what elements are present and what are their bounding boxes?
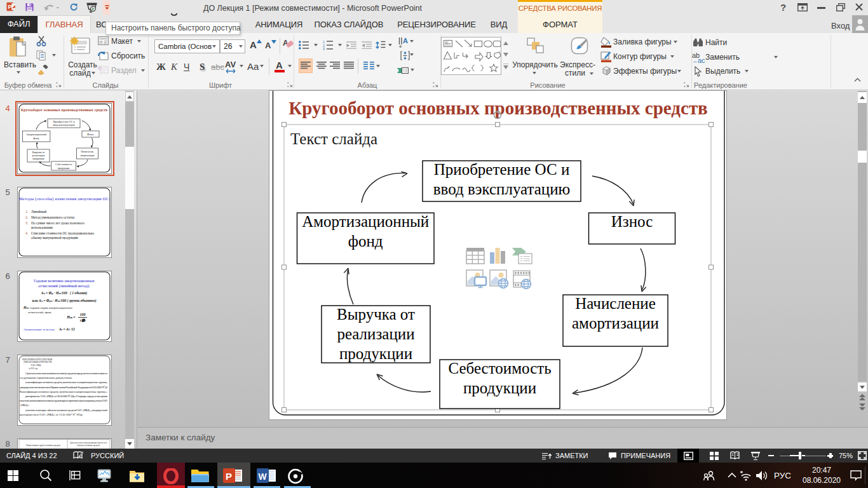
svg-text:ПАО «РЖД»: ПАО «РЖД» bbox=[31, 364, 42, 367]
svg-text:Начисление: Начисление bbox=[575, 295, 656, 312]
svg-text:Классификация основных средств: Классификация основных средств, включаем… bbox=[20, 390, 107, 394]
svg-text:По сумме чисел лет срока полез: По сумме чисел лет срока полезного bbox=[31, 221, 85, 225]
svg-text:Себестоимость: Себестоимость bbox=[448, 360, 551, 377]
svg-text:A: A bbox=[403, 37, 408, 44]
svg-text:W: W bbox=[259, 471, 268, 482]
svg-text:уточнять некоторые объекты осн: уточнять некоторые объекты основных сред… bbox=[25, 409, 108, 412]
svg-text:Срок полезного использования (: Срок полезного использования (число лет) bbox=[70, 442, 107, 444]
svg-text:следующими нормативными докуме: следующими нормативными документами: bbox=[20, 376, 72, 379]
svg-text:реализации: реализации bbox=[337, 325, 414, 342]
svg-text:классификация основных средств: классификация основных средств, включаем… bbox=[25, 381, 107, 384]
svg-text:полезного использования основн: полезного использования основных средств… bbox=[20, 399, 108, 402]
svg-text:Годовая величина амортизационн: Годовая величина амортизационных bbox=[34, 278, 95, 283]
svg-text:отчислений (линейный метод):: отчислений (линейный метод): bbox=[38, 283, 90, 288]
svg-text:Аₛ = Фₚ · Нₘ/100 ( 1 объект): Аₛ = Фₚ · Нₘ/100 ( 1 объект) bbox=[41, 291, 88, 295]
svg-text:Текст слайда: Текст слайда bbox=[290, 130, 377, 147]
svg-text:3: 3 bbox=[323, 47, 325, 50]
svg-text:ввод вэксплуатацию: ввод вэксплуатацию bbox=[433, 180, 571, 198]
svg-text:фонд: фонд bbox=[348, 233, 383, 250]
svg-text:распоряжением ОАО «РЖД» от 13.: распоряжением ОАО «РЖД» от 13.01.2007 Nº… bbox=[20, 413, 83, 416]
svg-text:Амортизационный: Амортизационный bbox=[302, 213, 429, 230]
svg-text:(ФИНАНСОВОЙ) ОТЧЕТНОСТИ: (ФИНАНСОВОЙ) ОТЧЕТНОСТИ bbox=[24, 360, 52, 363]
svg-text:Выручка от: Выручка от bbox=[337, 306, 415, 323]
svg-text:Кругооборот основных производс: Кругооборот основных производственных ср… bbox=[21, 108, 107, 112]
svg-text:Амортизационный: Амортизационный bbox=[26, 133, 47, 136]
svg-text:Кругооборот основных производс: Кругооборот основных производственных ср… bbox=[288, 98, 708, 118]
svg-text:утвержденная постановлением Пр: утвержденная постановлением Правительств… bbox=[20, 386, 108, 389]
svg-text:P: P bbox=[226, 471, 232, 482]
svg-text:3.: 3. bbox=[25, 221, 28, 225]
svg-text:амортизации: амортизации bbox=[572, 315, 659, 332]
svg-text:объекта основных средств: объекта основных средств bbox=[77, 444, 100, 447]
svg-text:Линейный: Линейный bbox=[31, 210, 46, 214]
svg-text:продукции: продукции bbox=[463, 379, 536, 396]
svg-text:Себестоимость: Себестоимость bbox=[55, 163, 72, 166]
svg-text:продукции: продукции bbox=[32, 157, 44, 160]
svg-text:использования: использования bbox=[31, 226, 53, 229]
svg-text:объему выпущенной продукции: объему выпущенной продукции bbox=[31, 236, 78, 240]
svg-text:Списание стоимости ОС пропорци: Списание стоимости ОС пропорционально bbox=[31, 231, 94, 235]
svg-text:Приобретение ОС и: Приобретение ОС и bbox=[434, 161, 570, 178]
svg-text:Аₜ = Аг /12: Аₜ = Аг /12 bbox=[58, 327, 75, 331]
svg-text:Нₘ =: Нₘ = bbox=[66, 315, 76, 319]
svg-text:P: P bbox=[8, 4, 12, 10]
svg-text:Начисление: Начисление bbox=[81, 150, 93, 153]
svg-text:«РЖД»;: «РЖД»; bbox=[20, 403, 29, 407]
svg-text:2.: 2. bbox=[25, 215, 28, 219]
svg-text:1.: 1. bbox=[25, 210, 28, 214]
svg-text:100: 100 bbox=[80, 313, 86, 316]
svg-text:4.: 4. bbox=[25, 231, 28, 235]
svg-text:амортизации: амортизации bbox=[81, 154, 95, 157]
svg-text:продукции: продукции bbox=[58, 166, 70, 170]
svg-text:Методы (способы) начисления ам: Методы (способы) начисления амортизации … bbox=[19, 196, 110, 201]
svg-text:Метод уменьшаемого остатка: Метод уменьшаемого остатка bbox=[31, 215, 75, 219]
svg-text:Амортизация за месяц:: Амортизация за месяц: bbox=[24, 328, 55, 331]
svg-text:за 2015 год: за 2015 год bbox=[29, 367, 38, 370]
svg-text:ПОЯСНЕНИЯ К БУХГАЛТЕРСКОЙ: ПОЯСНЕНИЯ К БУХГАЛТЕРСКОЙ bbox=[22, 358, 53, 361]
svg-text:Т₞ₜ: Т₞ₜ bbox=[79, 318, 86, 322]
svg-text:Износ: Износ bbox=[611, 213, 653, 230]
svg-text:ввод вэксплуатацию: ввод вэксплуатацию bbox=[53, 123, 75, 126]
svg-text:Срок полезного использования о: Срок полезного использования основных ср… bbox=[25, 372, 108, 375]
svg-text:или Аₛ = Фₚₙ · Нₘ/100 ( группа: или Аₛ = Фₚₙ · Нₘ/100 ( группа объектов) bbox=[32, 299, 96, 303]
svg-text:отчислений, проц.: отчислений, проц. bbox=[28, 311, 51, 315]
svg-text:Износ: Износ bbox=[87, 133, 94, 136]
svg-text:A: A bbox=[445, 41, 447, 45]
svg-text:Наименование групп основных ср: Наименование групп основных средств bbox=[26, 444, 60, 447]
svg-text:- годовая норма амортизационны: - годовая норма амортизационных bbox=[28, 306, 73, 309]
svg-text:распоряжение ОАО «РЖД» от 30.: распоряжение ОАО «РЖД» от 30.10.2005 Nº … bbox=[25, 395, 107, 398]
svg-text:фонд: фонд bbox=[34, 137, 39, 140]
svg-text:продукции: продукции bbox=[339, 345, 412, 362]
